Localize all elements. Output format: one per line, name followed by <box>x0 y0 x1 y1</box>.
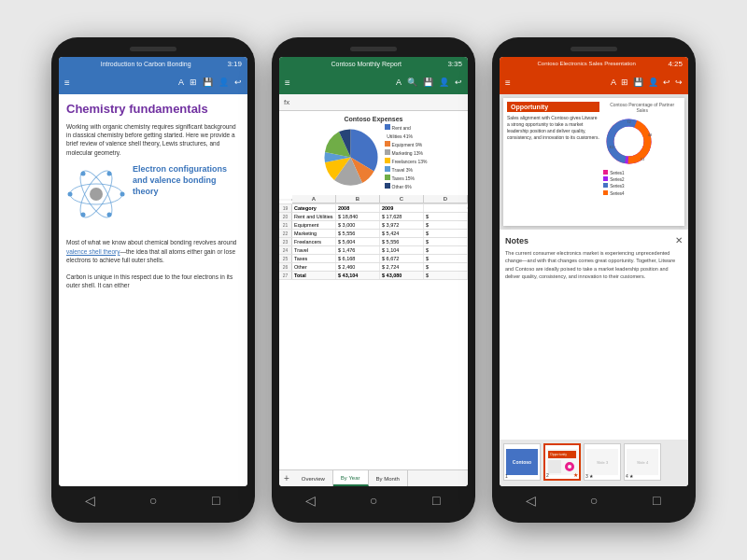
table-row[interactable]: 20 Rent and Utilities $ 18,840 $ 17,628 … <box>279 213 468 221</box>
menu-icon-word[interactable]: ≡ <box>64 77 70 88</box>
home-button-excel[interactable]: ○ <box>364 491 383 510</box>
svg-point-8 <box>81 172 86 176</box>
back-button-word[interactable]: ◁ <box>81 491 100 510</box>
ppt-thumb-3[interactable]: Slide 3 3 ★ <box>584 443 621 481</box>
svg-point-4 <box>120 192 125 197</box>
table-row[interactable]: 21 Equipment $ 3,000 $ 3,972 $ <box>279 221 468 230</box>
undo-icon-excel[interactable]: ↩ <box>455 77 462 87</box>
table-icon-word[interactable]: ⊞ <box>190 77 197 87</box>
ppt-toolbar: ≡ A ⊞ 💾 👤 ↩ ↪ <box>500 70 688 94</box>
donut-chart-ppt: 72 48 53 61 <box>603 116 655 167</box>
word-content: Chemistry fundamentals Working with orga… <box>59 94 247 486</box>
save-icon-excel[interactable]: 💾 <box>423 77 433 87</box>
excel-chart-area: Contoso Expenses <box>279 111 468 195</box>
word-body1: Working with organic chemistry requires … <box>66 122 240 158</box>
excel-sheet: A B C D 19 Category 2008 2009 20 <box>279 195 468 469</box>
ppt-thumb-2[interactable]: Opportunity 2 ★ <box>543 443 581 481</box>
ppt-slide-left: Opportunity Sales alignment with Contoso… <box>507 102 599 222</box>
word-toolbar: ≡ A ⊞ 💾 👤 ↩ <box>59 70 247 94</box>
atom-svg <box>66 164 127 225</box>
format-icon-ppt[interactable]: A <box>611 77 616 87</box>
redo-icon-ppt[interactable]: ↪ <box>675 77 683 87</box>
svg-point-9 <box>107 213 112 217</box>
back-icon-word: ◁ <box>85 493 95 508</box>
undo-icon-ppt[interactable]: ↩ <box>663 77 670 87</box>
tab-overview[interactable]: Overview <box>294 470 333 486</box>
status-bar-ppt: Contoso Electronics Sales Presentation 4… <box>500 57 688 70</box>
phone-word: Introduction to Carbon Bonding 3:19 ≡ A … <box>51 37 255 523</box>
status-bar-title-excel: Contoso Monthly Report <box>285 61 447 67</box>
table-row[interactable]: 19 Category 2008 2009 <box>279 204 468 213</box>
svg-text:72: 72 <box>627 119 632 124</box>
user-icon-excel[interactable]: 👤 <box>439 77 449 87</box>
excel-header-row: A B C D <box>279 195 468 204</box>
speaker-word <box>130 47 176 51</box>
tab-by-year[interactable]: By Year <box>333 470 369 486</box>
excel-toolbar: ≡ A 🔍 💾 👤 ↩ <box>279 70 468 94</box>
table-row[interactable]: 26 Other $ 2,460 $ 2,724 $ <box>279 263 468 272</box>
recent-button-ppt[interactable]: □ <box>647 491 666 510</box>
recent-button-word[interactable]: □ <box>206 491 225 510</box>
status-bar-title-word: Introduction to Carbon Bonding <box>64 61 227 67</box>
svg-point-5 <box>68 192 73 197</box>
excel-content: Contoso Expenses <box>279 111 468 486</box>
user-icon-ppt[interactable]: 👤 <box>648 77 658 87</box>
ppt-slide-view: Opportunity Sales alignment with Contoso… <box>500 94 688 230</box>
table-row[interactable]: 22 Marketing $ 5,556 $ 5,424 $ <box>279 230 468 238</box>
word-body2: Most of what we know about chemical bond… <box>66 238 240 264</box>
screen-excel: Contoso Monthly Report 3:35 ≡ A 🔍 💾 👤 ↩ … <box>279 57 468 486</box>
home-icon-ppt: ○ <box>590 493 598 508</box>
word-body3: Carbon is unique in this respect due to … <box>66 273 240 290</box>
back-button-ppt[interactable]: ◁ <box>522 491 541 510</box>
svg-point-6 <box>107 172 112 176</box>
ppt-notes-title: Notes <box>505 236 529 245</box>
close-notes-icon[interactable]: ✕ <box>675 235 683 245</box>
ppt-thumb-1[interactable]: Contoso 1 <box>503 443 541 481</box>
excel-formula-bar: fx <box>279 94 468 111</box>
ppt-thumb-4[interactable]: Slide 4 4 ★ <box>624 443 661 481</box>
table-row[interactable]: 23 Freelancers $ 5,604 $ 5,556 $ <box>279 238 468 246</box>
ppt-notes-text: The current consumer electronics market … <box>505 249 683 280</box>
pie-chart <box>320 127 381 188</box>
svg-text:53: 53 <box>641 157 645 161</box>
nav-bar-excel: ◁ ○ □ <box>279 486 468 513</box>
home-button-word[interactable]: ○ <box>144 491 162 510</box>
excel-tabs: + Overview By Year By Month <box>279 469 468 486</box>
back-icon-ppt: ◁ <box>526 493 536 508</box>
pie-legend: Rent and Utilities 41% Equipment 9% Mark… <box>385 124 428 191</box>
recent-button-excel[interactable]: □ <box>427 491 445 510</box>
table-row[interactable]: 25 Taxes $ 6,168 $ 6,672 $ <box>279 255 468 263</box>
status-bar-title-ppt: Contoso Electronics Sales Presentation <box>505 61 668 66</box>
fx-label: fx <box>284 98 289 106</box>
user-icon-word[interactable]: 👤 <box>218 77 229 87</box>
table-row[interactable]: 27 Total $ 43,104 $ 43,080 $ <box>279 272 468 280</box>
format-icon-excel[interactable]: A <box>396 77 402 87</box>
menu-icon-ppt[interactable]: ≡ <box>505 77 511 88</box>
insert-icon-ppt[interactable]: ⊞ <box>621 77 628 87</box>
nav-bar-word: ◁ ○ □ <box>59 486 247 513</box>
add-sheet-button[interactable]: + <box>279 470 294 486</box>
donut-legend: Series1 Series2 Series3 Series4 <box>603 170 681 197</box>
word-subtitle: Electron configurations and valence bond… <box>133 164 240 197</box>
search-icon-excel[interactable]: 🔍 <box>407 77 417 87</box>
save-icon-word[interactable]: 💾 <box>203 77 213 87</box>
home-icon-word: ○ <box>149 493 157 508</box>
status-time-word: 3:19 <box>227 60 242 68</box>
format-icon-word[interactable]: A <box>178 77 184 87</box>
save-icon-ppt[interactable]: 💾 <box>633 77 643 87</box>
status-bar-excel: Contoso Monthly Report 3:35 <box>279 57 468 70</box>
recent-icon-ppt: □ <box>653 493 660 508</box>
nav-bar-ppt: ◁ ○ □ <box>500 486 688 513</box>
table-row[interactable]: 24 Travel $ 1,476 $ 1,104 $ <box>279 246 468 255</box>
undo-icon-word[interactable]: ↩ <box>234 77 242 87</box>
speaker-ppt <box>571 47 617 51</box>
home-button-ppt[interactable]: ○ <box>585 491 603 510</box>
status-time-excel: 3:35 <box>447 60 462 68</box>
ppt-opportunity-text: Sales alignment with Contoso gives Litwa… <box>507 115 599 141</box>
ppt-slide-right: Contoso Percentage of Partner Sales 72 4… <box>603 102 681 222</box>
menu-icon-excel[interactable]: ≡ <box>285 77 290 88</box>
tab-by-month[interactable]: By Month <box>369 470 408 486</box>
valence-link[interactable]: valence shell theory <box>66 248 120 255</box>
back-button-excel[interactable]: ◁ <box>302 491 320 510</box>
ppt-notes-header: Notes ✕ <box>505 235 683 245</box>
